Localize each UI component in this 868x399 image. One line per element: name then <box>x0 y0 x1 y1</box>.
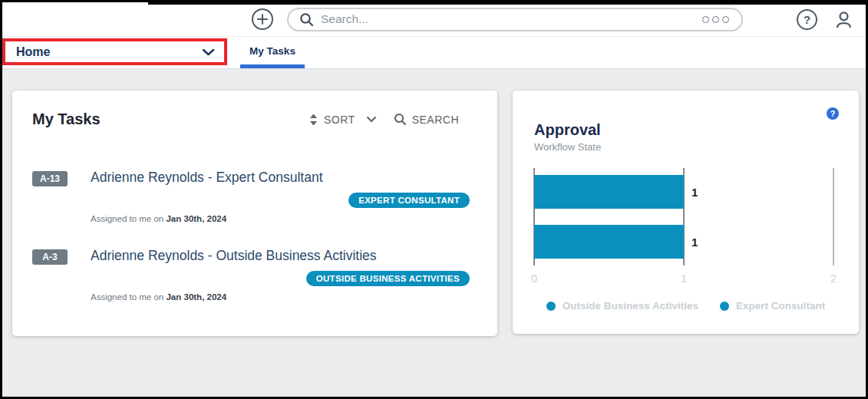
chevron-down-icon <box>202 48 215 56</box>
task-row[interactable]: A-13 Adrienne Reynolds - Expert Consulta… <box>32 170 477 223</box>
my-tasks-title: My Tasks <box>32 110 101 128</box>
task-id-badge: A-13 <box>32 171 68 186</box>
chart-legend: Outside Business ActivitiesExpert Consul… <box>534 300 837 312</box>
task-assigned-date: Jan 30th, 2024 <box>166 214 226 223</box>
task-title-link[interactable]: Adrienne Reynolds - Expert Consultant <box>91 170 477 186</box>
search-icon <box>299 12 314 27</box>
nav-row: Home My Tasks <box>2 38 866 68</box>
global-search-bar[interactable] <box>287 8 743 31</box>
task-assigned-text: Assigned to me on Jan 30th, 2024 <box>91 214 477 223</box>
legend-item[interactable]: Outside Business Activities <box>546 300 698 312</box>
user-profile-icon[interactable] <box>833 9 854 30</box>
search-button[interactable]: SEARCH <box>412 114 459 126</box>
home-dropdown-label: Home <box>16 45 50 59</box>
help-icon[interactable]: ? <box>797 9 817 30</box>
top-bar: ? <box>2 2 866 37</box>
task-assigned-date: Jan 30th, 2024 <box>166 292 226 302</box>
approval-chart-card: ? Approval Workflow State 11 012 Outside… <box>513 91 859 334</box>
my-tasks-header: My Tasks SORT <box>12 91 497 128</box>
task-type-badge: EXPERT CONSULTANT <box>348 193 470 208</box>
x-tick-label: 0 <box>531 272 537 285</box>
x-tick-label: 1 <box>681 272 687 285</box>
legend-label: Outside Business Activities <box>563 300 698 312</box>
content-area: My Tasks SORT <box>2 68 866 397</box>
bar-expert-consultant[interactable] <box>534 175 684 209</box>
bar-plot: 11 <box>534 168 833 265</box>
logo-area <box>2 2 148 36</box>
sort-button[interactable]: SORT <box>324 114 355 126</box>
legend-dot-icon <box>720 302 729 311</box>
sort-arrows-icon[interactable] <box>309 114 318 126</box>
task-body: Adrienne Reynolds - Expert Consultant EX… <box>91 170 477 223</box>
bar-outside-business-activities[interactable] <box>534 225 684 259</box>
task-assigned-text: Assigned to me on Jan 30th, 2024 <box>91 292 477 302</box>
list-controls: SORT SEARCH <box>309 113 459 126</box>
search-options-icon[interactable] <box>702 16 729 23</box>
task-title-link[interactable]: Adrienne Reynolds - Outside Business Act… <box>91 248 477 264</box>
tab-my-tasks[interactable]: My Tasks <box>240 38 305 68</box>
bar-value-label: 1 <box>691 186 698 199</box>
legend-dot-icon <box>546 302 556 311</box>
gridline <box>833 168 834 265</box>
plus-circle-icon <box>251 8 274 31</box>
bar-value-label: 1 <box>691 236 698 249</box>
chart-subtitle: Workflow State <box>534 141 837 153</box>
tab-my-tasks-label: My Tasks <box>249 45 295 57</box>
x-axis: 012 <box>534 272 833 288</box>
home-dropdown[interactable]: Home <box>2 38 227 65</box>
task-body: Adrienne Reynolds - Outside Business Act… <box>91 248 477 302</box>
task-list: A-13 Adrienne Reynolds - Expert Consulta… <box>12 170 497 302</box>
app-window: ? Home My Tasks My Tasks <box>0 0 868 399</box>
sort-chevron-down-icon[interactable] <box>366 116 377 123</box>
task-row[interactable]: A-3 Adrienne Reynolds - Outside Business… <box>32 248 477 302</box>
window-top-edge <box>148 2 866 5</box>
add-button[interactable] <box>251 8 274 31</box>
task-type-badge: OUTSIDE BUSINESS ACTIVITIES <box>306 271 470 286</box>
chart-help-icon[interactable]: ? <box>827 107 839 120</box>
legend-label: Expert Consultant <box>736 300 825 312</box>
legend-item[interactable]: Expert Consultant <box>720 300 825 312</box>
global-search-input[interactable] <box>321 12 702 26</box>
chart-title: Approval <box>534 121 837 139</box>
my-tasks-card: My Tasks SORT <box>12 91 497 336</box>
task-search-icon[interactable] <box>394 113 407 126</box>
x-tick-label: 2 <box>830 272 837 285</box>
task-id-badge: A-3 <box>32 249 68 265</box>
